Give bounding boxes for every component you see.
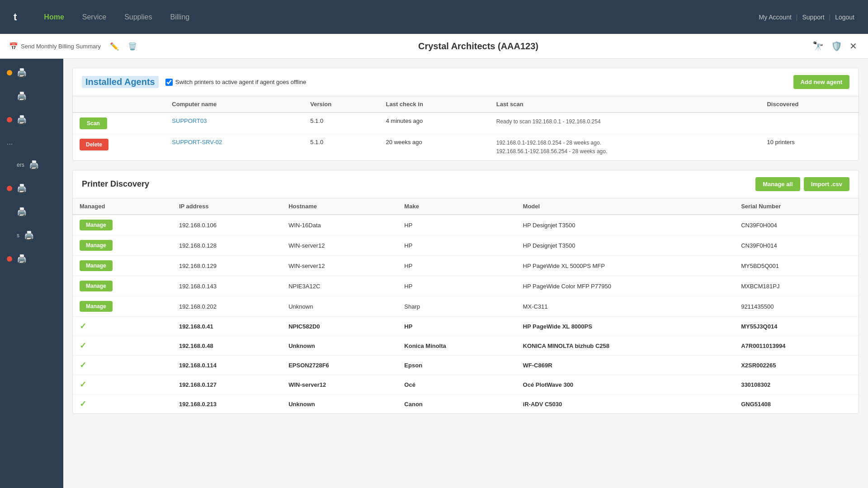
sidebar-item-1[interactable]: 🖨️ [0,63,63,82]
logout-link[interactable]: Logout [835,14,854,21]
manage-button-0[interactable]: Manage [80,220,113,230]
checkmark-6: ✓ [80,341,86,350]
binoculars-icon[interactable]: 🔭 [811,39,826,53]
discovery-serial-2: MY5BD5Q001 [734,256,859,276]
agent-action-2: Delete [73,134,165,161]
discovery-hostname-3: NPIE3A12C [282,276,397,296]
my-account-link[interactable]: My Account [759,14,791,21]
sidebar: 🖨️ 🖨️ 🖨️ ... ers 🖨️ 🖨️ 🖨️ s [0,59,63,488]
discovery-serial-9: GNG51408 [734,394,859,414]
col-managed: Managed [73,198,172,215]
nav-billing[interactable]: Billing [170,13,190,21]
switch-checkbox[interactable] [165,79,173,86]
delete-button[interactable]: Delete [80,139,108,150]
discovery-make-5: HP [397,317,516,336]
edit-icon[interactable]: ✏️ [110,42,119,51]
nav-right: My Account | Support | Logout [759,14,854,21]
discovery-serial-3: MXBCM181PJ [734,276,859,296]
add-new-agent-button[interactable]: Add new agent [793,75,849,89]
delete-icon[interactable]: 🗑️ [128,42,137,51]
scan-button[interactable]: Scan [80,117,107,129]
discovery-managed-0: Manage [73,215,172,235]
sidebar-item-ers[interactable]: ers 🖨️ [0,155,63,174]
close-icon[interactable]: ✕ [848,39,859,53]
sidebar-item-3[interactable]: 🖨️ [0,110,63,129]
computer-name-link-1[interactable]: SUPPORT03 [172,117,207,124]
checkmark-8: ✓ [80,380,86,389]
discovery-model-4: MX-C311 [516,296,735,317]
switch-label[interactable]: Switch printers to active agent if agent… [165,79,307,86]
checkmark-9: ✓ [80,399,86,408]
status-dot-none [7,94,12,99]
sidebar-item-ellipsis[interactable]: ... [0,134,63,151]
manage-button-2[interactable]: Manage [80,260,113,271]
manage-all-button[interactable]: Manage all [755,177,800,191]
discovery-model-8: Océ PlotWave 300 [516,375,735,394]
agent-version-2: 5.1.0 [303,134,379,161]
sidebar-item-6[interactable]: 🖨️ [0,202,63,221]
support-link[interactable]: Support [802,14,824,21]
discovery-managed-7: ✓ [73,356,172,375]
discovery-make-0: HP [397,215,516,235]
printer-icon-3: 🖨️ [17,115,27,125]
top-navigation: t Home Service Supplies Billing My Accou… [0,0,868,34]
discovery-model-9: iR-ADV C5030 [516,394,735,414]
discovery-make-8: Océ [397,375,516,394]
nav-separator-1: | [796,14,798,21]
status-dot-red-3 [7,256,12,262]
discovery-managed-9: ✓ [73,394,172,414]
discovery-hostname-2: WIN-server12 [282,256,397,276]
discovery-ip-9: 192.168.0.213 [172,394,282,414]
status-dot-none4 [7,233,12,238]
nav-home[interactable]: Home [44,13,64,21]
nav-supplies[interactable]: Supplies [124,13,152,21]
discovery-hostname-5: NPIC582D0 [282,317,397,336]
checkmark-5: ✓ [80,322,86,331]
manage-button-3[interactable]: Manage [80,281,113,291]
discovery-make-6: Konica Minolta [397,336,516,356]
sidebar-item-7[interactable]: 🖨️ [0,249,63,268]
import-csv-button[interactable]: Import .csv [804,177,849,191]
discovery-row-6: ✓192.168.0.48UnknownKonica MinoltaKONICA… [73,336,859,356]
billing-summary-button[interactable]: 📅 Send Monthly Billing Summary [9,42,101,51]
printer-icon-2: 🖨️ [17,91,27,101]
sidebar-label-ers: ers [17,162,24,168]
sidebar-item-5[interactable]: 🖨️ [0,179,63,198]
sidebar-item-2[interactable]: 🖨️ [0,87,63,106]
agent-discovered-1 [760,113,859,134]
col-model: Model [516,198,735,215]
brand-logo: t [14,11,17,23]
col-ip-address: IP address [172,198,282,215]
manage-button-4[interactable]: Manage [80,301,113,312]
computer-name-link-2[interactable]: SUPPORT-SRV-02 [172,139,222,145]
agent-computer-2: SUPPORT-SRV-02 [165,134,303,161]
nav-left: t Home Service Supplies Billing [14,11,189,23]
printer-icon-5: 🖨️ [17,183,27,193]
status-dot-none2 [7,162,12,168]
toolbar: 📅 Send Monthly Billing Summary ✏️ 🗑️ Cry… [0,34,868,59]
agent-version-1: 5.1.0 [303,113,379,134]
col-last-check-in: Last check in [379,96,490,113]
status-dot-red-2 [7,186,12,191]
agent-row-1: Scan SUPPORT03 5.1.0 4 minutes ago Ready… [73,113,859,134]
discovery-row-7: ✓192.168.0.114EPSON2728F6EpsonWF-C869RX2… [73,356,859,375]
toolbar-action-icons: 🔭 🛡️ ✕ [811,39,859,53]
discovery-hostname-0: WIN-16Data [282,215,397,235]
discovery-ip-6: 192.168.0.48 [172,336,282,356]
nav-separator-2: | [829,14,831,21]
discovery-managed-8: ✓ [73,375,172,394]
discovery-managed-5: ✓ [73,317,172,336]
manage-button-1[interactable]: Manage [80,240,113,251]
agent-discovered-2: 10 printers [760,134,859,161]
shield-icon[interactable]: 🛡️ [829,39,844,53]
discovery-header-row: Managed IP address Hostname Make Model S… [73,198,859,215]
discovery-model-5: HP PageWide XL 8000PS [516,317,735,336]
scan-info-2a: 192.168.0.1-192.168.0.254 - 28 weeks ago… [496,140,601,146]
discovery-hostname-6: Unknown [282,336,397,356]
calendar-icon: 📅 [9,42,18,51]
agent-row-2: Delete SUPPORT-SRV-02 5.1.0 20 weeks ago… [73,134,859,161]
agent-lastscan-1: Ready to scan 192.168.0.1 - 192.168.0.25… [490,113,760,134]
sidebar-item-s[interactable]: s 🖨️ [0,226,63,245]
nav-service[interactable]: Service [82,13,106,21]
discovery-hostname-4: Unknown [282,296,397,317]
